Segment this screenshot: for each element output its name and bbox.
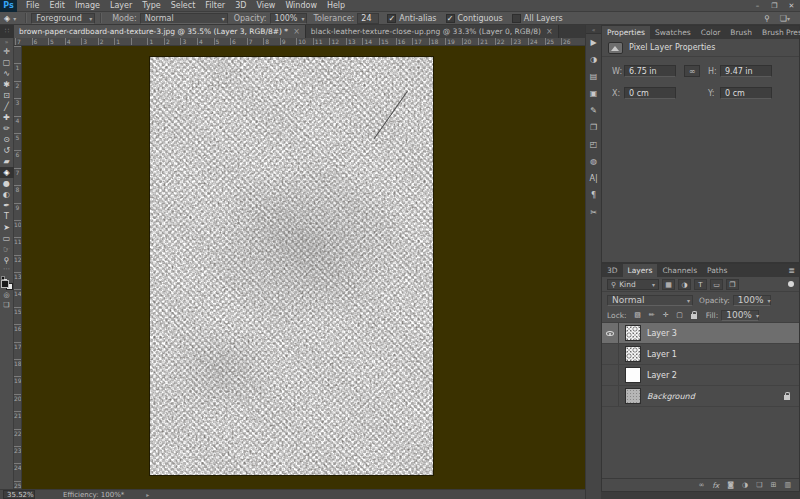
option-checkbox[interactable]: All Layers	[512, 14, 563, 23]
paragraph-icon[interactable]: ¶	[586, 187, 602, 204]
menu-item[interactable]: Layer	[105, 0, 137, 12]
menu-item[interactable]: 3D	[230, 0, 251, 12]
layer-opacity-dropdown[interactable]: 100% ▾	[733, 295, 771, 306]
menu-item[interactable]: File	[21, 0, 44, 12]
lock-image-pixels-icon[interactable]: ✏	[646, 310, 658, 321]
document-tab[interactable]: brown-paper-cardboard-and-texture-3.jpg …	[14, 25, 306, 38]
option-checkbox[interactable]: ✓ Anti-alias	[387, 14, 436, 23]
width-input[interactable]: 6.75 in	[624, 65, 676, 77]
adjustments-icon[interactable]: ◑	[586, 51, 602, 68]
minimize-button[interactable]: –	[749, 0, 766, 12]
marquee-tool[interactable]: ▢	[0, 57, 14, 68]
layer-thumbnail[interactable]	[625, 325, 641, 341]
panel-tab[interactable]: Paths	[702, 264, 732, 277]
adjustment-layer-filter-icon[interactable]: ◑	[678, 279, 691, 290]
layer-name[interactable]: Layer 1	[647, 350, 677, 359]
edit-toolbar-icon[interactable]: ⋯	[3, 266, 10, 274]
close-button[interactable]: ✕	[783, 0, 800, 12]
x-input[interactable]: 0 cm	[624, 87, 676, 99]
panel-tab[interactable]: 3D	[602, 264, 623, 277]
visibility-toggle[interactable]	[602, 344, 619, 364]
screen-mode-button[interactable]: ❏	[0, 300, 14, 310]
visibility-toggle[interactable]	[602, 365, 619, 385]
layer-row[interactable]: Layer 2	[602, 365, 799, 386]
notes-icon[interactable]: ✎	[586, 102, 602, 119]
mode-dropdown[interactable]: Normal ▾	[140, 13, 228, 24]
status-options-chevron-icon[interactable]: ▸	[146, 491, 149, 498]
new-adjustment-layer-icon[interactable]: ◑	[742, 479, 748, 492]
close-tab-icon[interactable]: ×	[546, 27, 553, 36]
layer-thumbnail[interactable]	[625, 388, 641, 404]
add-layer-mask-icon[interactable]: ◙	[727, 479, 734, 492]
foreground-color-swatch[interactable]	[1, 280, 9, 288]
eraser-tool[interactable]: ▰	[0, 156, 14, 167]
crop-tool[interactable]: ⊡	[0, 90, 14, 101]
layer-effects-icon[interactable]: fx	[712, 479, 719, 492]
layer-thumbnail[interactable]	[625, 367, 641, 383]
restore-button[interactable]: ❐	[766, 0, 783, 12]
blend-mode-dropdown[interactable]: Normal ▾	[607, 295, 693, 306]
menu-item[interactable]: Help	[322, 0, 350, 12]
filtering-toggle[interactable]	[788, 281, 794, 287]
pixel-layer-filter-icon[interactable]: ▦	[662, 279, 675, 290]
shape-tool[interactable]: ▭	[0, 233, 14, 244]
type-layer-filter-icon[interactable]: T	[694, 279, 707, 290]
layer-name[interactable]: Layer 3	[647, 329, 677, 338]
actions-icon[interactable]: ▶	[586, 34, 602, 51]
workspace-switcher[interactable]: ❏▾	[780, 14, 790, 23]
layer-name[interactable]: Layer 2	[647, 371, 677, 380]
height-input[interactable]: 9.47 in	[720, 65, 772, 77]
layer-row[interactable]: Layer 1	[602, 344, 799, 365]
menu-item[interactable]: Image	[70, 0, 105, 12]
quick-mask-button[interactable]: ◎	[0, 290, 14, 300]
vertical-ruler[interactable]: 1234567891011121314151617181920212223242…	[14, 46, 22, 489]
link-layers-icon[interactable]: ∞	[698, 479, 704, 492]
fill-dropdown[interactable]: 100% ▾	[721, 310, 759, 321]
timeline-icon[interactable]: ◰	[586, 136, 602, 153]
panel-tab[interactable]: Brush Presets	[757, 26, 800, 39]
panel-menu-icon[interactable]: ≣	[784, 264, 799, 277]
new-group-icon[interactable]: ❏	[756, 479, 762, 492]
panel-tab[interactable]: Properties	[602, 26, 650, 39]
blur-tool[interactable]: ●	[0, 178, 14, 189]
libraries-icon[interactable]: ▣	[586, 85, 602, 102]
document-canvas[interactable]	[150, 57, 433, 475]
opacity-dropdown[interactable]: 100% ▾	[270, 13, 308, 24]
document-tab[interactable]: black-leather-texture-close-up.png @ 33.…	[306, 25, 559, 38]
hand-tool[interactable]: ☞	[0, 244, 14, 255]
lock-all-icon[interactable]	[688, 310, 700, 321]
smart-object-filter-icon[interactable]: ❐	[726, 279, 739, 290]
slice-icon[interactable]: ✂	[586, 204, 602, 221]
brush-tool[interactable]: ✏	[0, 123, 14, 134]
eyedropper-tool[interactable]: ╱	[0, 101, 14, 112]
checkbox[interactable]: ✓	[446, 14, 455, 23]
menu-item[interactable]: View	[251, 0, 280, 12]
dodge-tool[interactable]: ◐	[0, 189, 14, 200]
horizontal-ruler[interactable]: 7654321123456789101112131415161718192021…	[14, 38, 585, 46]
visibility-toggle[interactable]	[602, 323, 619, 343]
new-layer-icon[interactable]: ⊞	[771, 479, 777, 492]
type-tool[interactable]: T	[0, 211, 14, 222]
character-icon[interactable]: A|	[586, 170, 602, 187]
styles-icon[interactable]: ▤	[586, 68, 602, 85]
clone-stamp-tool[interactable]: ⊙	[0, 134, 14, 145]
checkbox[interactable]	[512, 14, 521, 23]
lasso-tool[interactable]: ∿	[0, 68, 14, 79]
option-checkbox[interactable]: ✓ Contiguous	[446, 14, 503, 23]
layer-row[interactable]: Background	[602, 386, 799, 407]
move-tool[interactable]: ✛	[0, 46, 14, 57]
lock-position-icon[interactable]: ✛	[660, 310, 672, 321]
fill-source-dropdown[interactable]: Foreground ▾	[31, 13, 95, 24]
layer-name[interactable]: Background	[647, 392, 695, 401]
history-brush-tool[interactable]: ↺	[0, 145, 14, 156]
pasteboard[interactable]	[22, 46, 585, 489]
path-selection-tool[interactable]: ➤	[0, 222, 14, 233]
lock-transparent-pixels-icon[interactable]: ▨	[632, 310, 644, 321]
delete-layer-icon[interactable]: ▥	[784, 479, 791, 492]
healing-brush-tool[interactable]: ✚	[0, 112, 14, 123]
toolbar-collapse-icon[interactable]: »	[5, 38, 9, 46]
layer-row[interactable]: Layer 3	[602, 323, 799, 344]
paint-bucket-tool[interactable]: ◈	[0, 167, 14, 178]
layer-thumbnail[interactable]	[625, 346, 641, 362]
zoom-level-input[interactable]: 35.52%	[3, 490, 35, 499]
